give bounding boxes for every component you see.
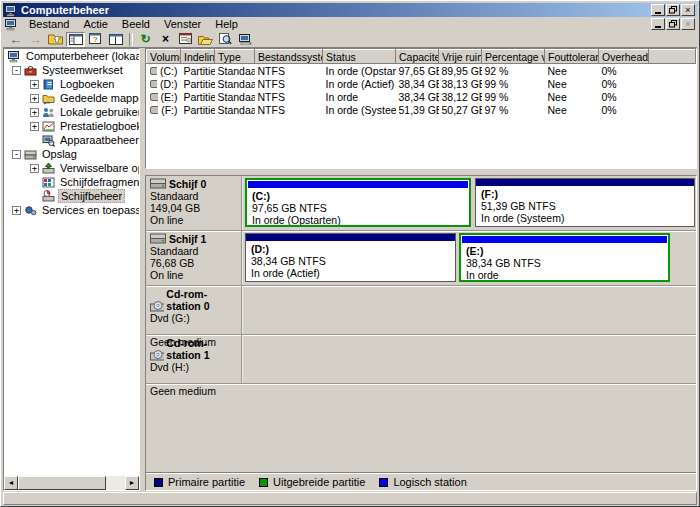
forward-button[interactable]: → (26, 32, 45, 47)
scroll-right-button[interactable]: ► (125, 476, 139, 490)
refresh-button[interactable]: ↻ (136, 32, 155, 47)
menu-actie[interactable]: Actie (76, 18, 114, 31)
volume-drive-icon (150, 93, 158, 101)
menu-help[interactable]: Help (208, 18, 245, 31)
help-window-icon: ? (89, 33, 103, 45)
open-folder-icon (198, 34, 213, 45)
tree-item-services[interactable]: + Services en toepassingen (4, 203, 139, 217)
tree-horizontal-scrollbar[interactable]: ◄ ► (4, 476, 139, 490)
scroll-left-button[interactable]: ◄ (4, 476, 18, 490)
help-topics-button[interactable]: ? (86, 32, 105, 47)
disk-icon (150, 178, 167, 190)
table-row[interactable]: (C:) PartitieStandaardNTFSIn orde (Opsta… (147, 64, 696, 78)
tree-item-schijfbeheer[interactable]: Schijfbeheer (4, 189, 139, 203)
col-percentage-vrij[interactable]: Percentage vrij (482, 50, 545, 64)
collapse-expander[interactable]: - (12, 66, 21, 75)
expand-expander[interactable]: + (30, 94, 39, 103)
cd-rom-icon (150, 300, 164, 312)
tree-item-schijfdefragmentatie[interactable]: Schijfdefragmentatie (4, 175, 139, 189)
console-tree-panel: Computerbeheer (lokaal) - Systeemwerkset… (3, 48, 140, 491)
volume-drive-icon (150, 80, 158, 88)
col-vrije-ruimte[interactable]: Vrije ruimte (439, 50, 482, 64)
table-row[interactable]: (D:) PartitieStandaardNTFSIn orde (Actie… (147, 77, 696, 90)
tree-item-verwisselbare-opslag[interactable]: + Verwisselbare opslag (4, 161, 139, 175)
volume-drive-icon (150, 106, 159, 114)
tree-item-computerbeheer[interactable]: Computerbeheer (lokaal) (4, 49, 139, 63)
partition-d[interactable]: (D:) 38,34 GB NTFS In orde (Actief) (245, 233, 456, 282)
disk-icon (150, 233, 167, 245)
expand-expander[interactable]: + (30, 108, 39, 117)
tree-item-prestatielogboeken[interactable]: + Prestatielogboeken en signa (4, 119, 139, 133)
magnifier-icon (219, 33, 232, 45)
table-row[interactable]: (E:) PartitieStandaardNTFSIn orde38,34 G… (147, 90, 696, 103)
collapse-expander[interactable]: - (12, 150, 21, 159)
col-volume[interactable]: Volume (147, 50, 181, 64)
tree-item-logboeken[interactable]: + Logboeken (4, 77, 139, 91)
child-minimize-button[interactable] (651, 18, 665, 30)
shared-folder-icon (42, 92, 55, 105)
title-bar: Computerbeheer × (3, 3, 697, 17)
tree-item-systeemwerkset[interactable]: - Systeemwerkset (4, 63, 139, 77)
window-title: Computerbeheer (21, 4, 650, 16)
partition-f[interactable]: (F:) 51,39 GB NTFS In orde (Systeem) (475, 178, 695, 227)
tree-item-gedeelde-mappen[interactable]: + Gedeelde mappen (4, 91, 139, 105)
cdrom-row-0: Cd-rom-station 0 Dvd (G:) Geen medium (146, 286, 696, 335)
extended-partition-swatch (259, 478, 268, 487)
status-strip (3, 492, 697, 505)
manage-computer-button[interactable] (236, 32, 255, 47)
col-status[interactable]: Status (323, 50, 396, 64)
cdrom-label-0[interactable]: Cd-rom-station 0 Dvd (G:) Geen medium (146, 286, 243, 334)
expand-expander[interactable]: + (12, 206, 21, 215)
find-button[interactable] (216, 32, 235, 47)
delete-button[interactable]: × (156, 32, 175, 47)
properties-button[interactable] (176, 32, 195, 47)
delete-x-icon: × (162, 33, 169, 45)
menu-venster[interactable]: Venster (157, 18, 208, 31)
cdrom-label-1[interactable]: Cd-rom-station 1 Dvd (H:) Geen medium (146, 335, 243, 383)
col-type[interactable]: Type (215, 50, 255, 64)
primary-partition-swatch (154, 478, 163, 487)
tree-item-apparaatbeheer[interactable]: Apparaatbeheer (4, 133, 139, 147)
back-button[interactable]: ← (6, 32, 25, 47)
disk-management-icon (42, 190, 55, 203)
show-panes-button[interactable] (106, 32, 125, 47)
expand-expander[interactable]: + (30, 122, 39, 131)
col-bestandssysteem[interactable]: Bestandssysteem (255, 50, 323, 64)
open-button[interactable] (196, 32, 215, 47)
expand-expander[interactable]: + (30, 164, 39, 173)
tree-item-opslag[interactable]: - Opslag (4, 147, 139, 161)
col-fouttolerantie[interactable]: Fouttolerantie (545, 50, 599, 64)
child-window-computer-icon[interactable] (5, 18, 18, 31)
up-button[interactable] (46, 32, 65, 47)
disk-label-schijf0[interactable]: Schijf 0 Standaard 149,04 GB On line (146, 176, 243, 230)
partition-e[interactable]: (E:) 38,34 GB NTFS In orde (459, 233, 670, 282)
defrag-icon (42, 176, 55, 189)
refresh-icon: ↻ (140, 33, 150, 45)
col-indeling[interactable]: Indeling (181, 50, 215, 64)
close-button[interactable]: × (681, 4, 695, 16)
menu-bar: Bestand Actie Beeld Venster Help × (3, 17, 697, 31)
tree-item-lokale-gebruikers[interactable]: + Lokale gebruikers en groepe (4, 105, 139, 119)
computer-icon (5, 4, 18, 17)
cdrom-row-1: Cd-rom-station 1 Dvd (H:) Geen medium (146, 335, 696, 384)
console-tree-toggle-button[interactable] (66, 32, 85, 47)
legend-extended: Uitgebreide partitie (259, 476, 365, 488)
col-capaciteit[interactable]: Capaciteit (396, 50, 439, 64)
restore-button[interactable] (666, 4, 680, 16)
scrollbar-thumb[interactable] (18, 476, 106, 490)
cdrom-graph-empty (243, 335, 696, 383)
services-icon (24, 204, 37, 217)
partition-c[interactable]: (C:) 97,65 GB NTFS In orde (Opstarten) (245, 178, 471, 227)
disk-label-schijf1[interactable]: Schijf 1 Standaard 76,68 GB On line (146, 231, 243, 285)
menu-bestand[interactable]: Bestand (22, 18, 76, 31)
table-row[interactable]: (F:) PartitieStandaardNTFSIn orde (Syste… (147, 103, 696, 116)
col-filler (649, 50, 696, 64)
child-restore-button[interactable] (666, 18, 680, 30)
col-overhead[interactable]: Overhead (599, 50, 649, 64)
disk-row-schijf0: Schijf 0 Standaard 149,04 GB On line (C:… (146, 176, 696, 231)
menu-beeld[interactable]: Beeld (115, 18, 157, 31)
expand-expander[interactable]: + (30, 80, 39, 89)
users-icon (42, 106, 55, 119)
minimize-button[interactable] (651, 4, 665, 16)
legend-logical: Logisch station (379, 476, 466, 488)
